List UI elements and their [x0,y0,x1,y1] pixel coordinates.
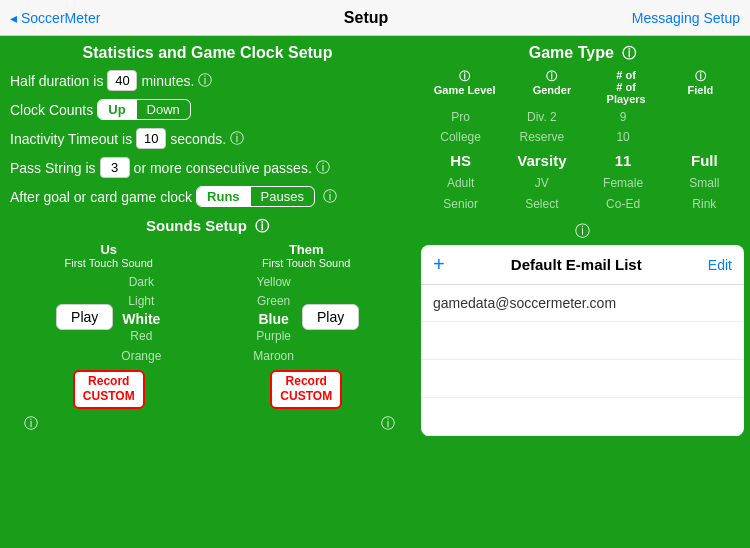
game-level-col: Pro College HS Adult Senior [421,107,500,214]
us-label: Us [20,242,198,257]
game-level-adult[interactable]: Adult [421,173,500,193]
back-label: SoccerMeter [21,10,100,26]
pass-string-value[interactable]: 3 [100,157,130,178]
players-female[interactable]: Female [584,173,663,193]
players-10[interactable]: 10 [584,127,663,147]
clock-counts-row: Clock Counts Up Down [10,99,405,120]
pass-string-suffix: or more consecutive passes. [134,160,312,176]
players-coed[interactable]: Co-Ed [584,194,663,214]
add-email-button[interactable]: + [433,253,445,276]
half-duration-row: Half duration is 40 minutes. ⓘ [10,70,405,91]
gender-header: ⓘ Gender [508,69,595,105]
goal-pauses-button[interactable]: Pauses [251,187,314,206]
us-sublabel: First Touch Sound [20,257,198,269]
half-duration-info-icon[interactable]: ⓘ [198,72,212,90]
goal-clock-prefix: After goal or card game clock [10,189,192,205]
email-list-header: + Default E-mail List Edit [421,245,744,285]
field-full[interactable]: Full [665,148,744,174]
pass-string-row: Pass String is 3 or more consecutive pas… [10,157,405,178]
players-col: 9 10 11 Female Co-Ed [584,107,663,214]
clock-counts-control: Up Down [97,99,191,120]
them-selected-color: Blue [253,311,294,327]
back-button[interactable]: ◂ SoccerMeter [10,10,100,26]
field-empty2 [665,127,744,147]
us-colors-bottom: Red Orange [121,327,161,365]
email-address-0: gamedata@soccermeter.com [433,295,616,311]
pass-string-info-icon[interactable]: ⓘ [316,159,330,177]
them-sound-col: Them First Touch Sound Yellow Green Blue… [217,242,395,409]
left-panel: Statistics and Game Clock Setup Half dur… [0,36,415,548]
statistics-title: Statistics and Game Clock Setup [10,44,405,62]
clock-down-button[interactable]: Down [137,100,190,119]
field-rink[interactable]: Rink [665,194,744,214]
inactivity-info-icon[interactable]: ⓘ [230,130,244,148]
field-col: Full Small Rink [665,107,744,214]
them-play-button[interactable]: Play [302,304,359,330]
us-colors-top: Dark Light [121,273,161,311]
sounds-info-icon[interactable]: ⓘ [255,218,269,234]
pass-string-prefix: Pass String is [10,160,96,176]
half-duration-value[interactable]: 40 [107,70,137,91]
game-level-senior[interactable]: Senior [421,194,500,214]
right-panel: Game Type ⓘ ⓘ Game Level ⓘ Gender # of #… [415,36,750,548]
us-play-button[interactable]: Play [56,304,113,330]
sounds-section: Sounds Setup ⓘ Us First Touch Sound Play… [10,217,405,433]
them-bottom-info-icon[interactable]: ⓘ [381,415,395,433]
game-level-college[interactable]: College [421,127,500,147]
them-sublabel: First Touch Sound [217,257,395,269]
nav-bar: ◂ SoccerMeter Setup Messaging Setup [0,0,750,36]
email-empty-row-2 [421,360,744,398]
us-bottom-info-icon[interactable]: ⓘ [24,415,38,433]
players-9[interactable]: 9 [584,107,663,127]
messaging-setup-button[interactable]: Messaging Setup [632,10,740,26]
main-content: Statistics and Game Clock Setup Half dur… [0,36,750,548]
goal-runs-button[interactable]: Runs [197,187,251,206]
gender-jv[interactable]: JV [502,173,581,193]
gender-select[interactable]: Select [502,194,581,214]
game-level-pro[interactable]: Pro [421,107,500,127]
goal-clock-control: Runs Pauses [196,186,315,207]
email-row-0: gamedata@soccermeter.com [421,285,744,322]
email-list-edit-button[interactable]: Edit [708,257,732,273]
players-11[interactable]: 11 [584,148,663,174]
gender-varsity[interactable]: Varsity [502,148,581,174]
us-selected-color: White [121,311,161,327]
sounds-bottom-info: ⓘ ⓘ [10,415,405,433]
game-level-header: ⓘ Game Level [421,69,508,105]
field-empty1 [665,107,744,127]
field-header: ⓘ Field [657,69,744,105]
game-level-hs[interactable]: HS [421,148,500,174]
half-duration-prefix: Half duration is [10,73,103,89]
them-colors-bottom: Purple Maroon [253,327,294,365]
half-duration-suffix: minutes. [141,73,194,89]
game-type-grid: Pro College HS Adult Senior Div. 2 Reser… [421,107,744,214]
inactivity-value[interactable]: 10 [136,128,166,149]
players-header: # of # of Players [596,69,657,105]
game-type-info-icon[interactable]: ⓘ [622,45,636,61]
email-list-title: Default E-mail List [511,256,642,273]
clock-up-button[interactable]: Up [98,100,136,119]
gender-div2[interactable]: Div. 2 [502,107,581,127]
us-sound-col: Us First Touch Sound Play Dark Light Whi… [20,242,198,409]
email-section-info-icon[interactable]: ⓘ [421,222,744,241]
sounds-columns: Us First Touch Sound Play Dark Light Whi… [10,242,405,409]
them-colors-top: Yellow Green [253,273,294,311]
goal-clock-row: After goal or card game clock Runs Pause… [10,186,405,207]
gender-reserve[interactable]: Reserve [502,127,581,147]
clock-counts-label: Clock Counts [10,102,93,118]
gender-col: Div. 2 Reserve Varsity JV Select [502,107,581,214]
game-type-headers: ⓘ Game Level ⓘ Gender # of # of Players … [421,69,744,105]
page-title: Setup [344,9,388,27]
sounds-title: Sounds Setup ⓘ [10,217,405,236]
inactivity-row: Inactivity Timeout is 10 seconds. ⓘ [10,128,405,149]
inactivity-prefix: Inactivity Timeout is [10,131,132,147]
goal-clock-info-icon[interactable]: ⓘ [323,188,337,206]
email-list-container: + Default E-mail List Edit gamedata@socc… [421,245,744,436]
field-small[interactable]: Small [665,173,744,193]
them-label: Them [217,242,395,257]
them-record-button[interactable]: Record CUSTOM [270,370,342,409]
inactivity-suffix: seconds. [170,131,226,147]
game-type-title: Game Type ⓘ [421,44,744,63]
us-record-button[interactable]: Record CUSTOM [73,370,145,409]
back-chevron-icon: ◂ [10,10,17,26]
